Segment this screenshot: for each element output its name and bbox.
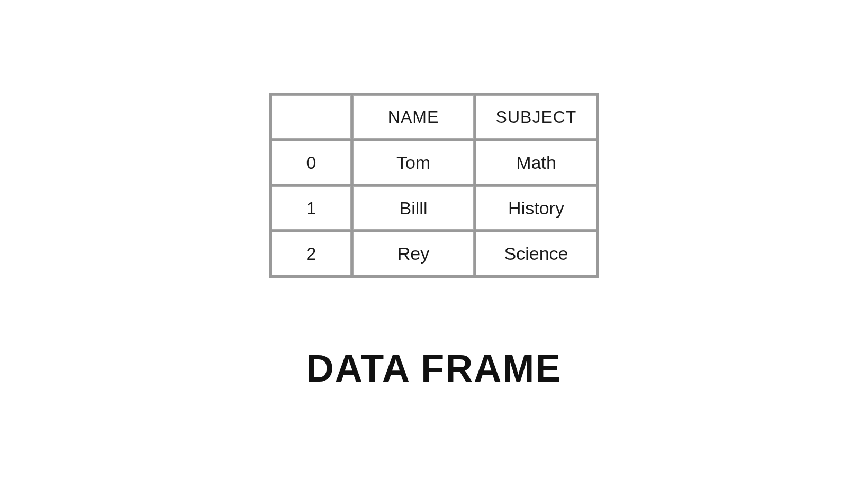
cell-name: Billl <box>353 186 474 230</box>
dataframe-table: NAME SUBJECT 0 Tom Math 1 Billl History … <box>269 93 599 278</box>
cell-subject: Math <box>476 141 596 184</box>
cell-index: 2 <box>272 232 351 275</box>
table-header-row: NAME SUBJECT <box>272 95 596 139</box>
table-row: 1 Billl History <box>272 186 596 230</box>
cell-subject: History <box>476 186 596 230</box>
cell-name: Rey <box>353 232 474 275</box>
header-name: NAME <box>353 95 474 139</box>
table-row: 0 Tom Math <box>272 141 596 184</box>
header-subject: SUBJECT <box>476 95 596 139</box>
header-index <box>272 95 351 139</box>
cell-subject: Science <box>476 232 596 275</box>
page-title: DATA FRAME <box>306 347 562 390</box>
cell-name: Tom <box>353 141 474 184</box>
table-row: 2 Rey Science <box>272 232 596 275</box>
cell-index: 1 <box>272 186 351 230</box>
cell-index: 0 <box>272 141 351 184</box>
